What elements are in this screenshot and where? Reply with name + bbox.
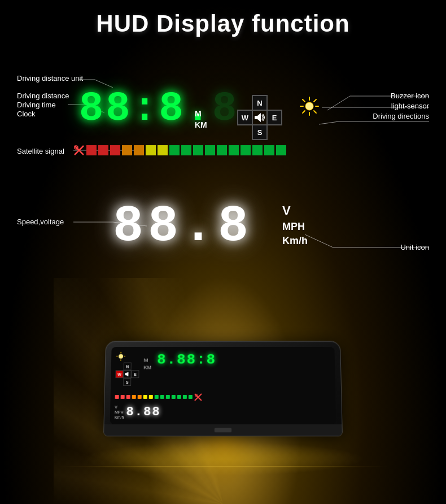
speaker-icon [252, 110, 268, 125]
device-white-digits: 8.88 [126, 405, 160, 419]
annotation-driving-distance: Driving distance [17, 92, 69, 100]
signal-block-6 [146, 145, 156, 155]
white-segment-display: 88.8 [113, 198, 253, 255]
device-compass-e: E [131, 370, 139, 378]
signal-block-15 [252, 145, 263, 155]
svg-marker-37 [126, 372, 128, 376]
svg-rect-36 [125, 373, 126, 375]
annotation-driving-directions: Driving directions [373, 112, 429, 120]
device-dot-red-1 [115, 395, 119, 399]
device-km-label: KM [143, 364, 151, 371]
page-title: HUD Display function [0, 10, 446, 37]
compass-center-speaker [252, 110, 268, 125]
speed-unit-labels: V MPH Km/h [282, 202, 308, 248]
device-compass-mini: N W E S [115, 363, 139, 386]
signal-block-3 [110, 145, 120, 155]
signal-block-2 [98, 145, 108, 155]
unit-v: V [282, 202, 308, 220]
device-compass-s: S [123, 378, 131, 386]
signal-block-17 [276, 145, 286, 155]
annotation-speed-voltage: Speed,voltage [17, 218, 64, 226]
device-signal-row [115, 393, 331, 401]
hud-device: N W E S [104, 340, 342, 459]
device-unit-mph: MPH [115, 410, 124, 415]
svg-rect-16 [255, 116, 257, 119]
signal-block-14 [241, 145, 251, 155]
device-dot-green-2 [160, 395, 164, 399]
device-white-display: 8.88 [126, 405, 160, 419]
device-unit-kmh: Km/h [115, 415, 124, 420]
annotation-unit-icon: Unit icon [400, 243, 429, 251]
svg-point-18 [305, 102, 313, 110]
device-dot-green-6 [183, 395, 187, 399]
device-dot-yellow-2 [149, 395, 153, 399]
signal-block-13 [229, 145, 239, 155]
annotation-satellite-signal: Satellite signal [17, 147, 64, 155]
device-dot-green-4 [172, 395, 176, 399]
device-mkm-label: M KM [143, 351, 151, 371]
km-label: KM [195, 120, 207, 131]
compass-west: W [237, 110, 253, 125]
svg-line-25 [314, 99, 316, 102]
signal-block-9 [181, 145, 191, 155]
device-usb-port [215, 428, 231, 432]
device-m-label: M [144, 357, 152, 364]
device-compass-n: N [124, 363, 132, 371]
compass-north: N [252, 95, 268, 111]
green-segment-display: 88:8.8 [79, 86, 239, 132]
device-dot-red-3 [126, 395, 130, 399]
annotation-driving-time: Driving time [17, 101, 56, 109]
speed-digits: 88.8 [113, 198, 253, 255]
m-label: M [195, 108, 207, 120]
device-body: N W E S [103, 341, 343, 436]
signal-block-8 [169, 145, 180, 155]
signal-block-1 [86, 145, 97, 155]
green-digits: 88:8.8 [79, 86, 239, 132]
device-bottom-display-row: V MPH Km/h 8.88 [115, 405, 331, 420]
annotation-driving-distance-unit: Driving distance unit [17, 74, 83, 82]
mkm-unit-label: M KM [195, 108, 207, 131]
annotation-buzzer-icon: Buzzer icon [391, 92, 429, 100]
device-screen: N W E S [110, 347, 336, 424]
signal-block-12 [217, 145, 227, 155]
annotation-clock: Clock [17, 110, 36, 118]
floor-line [56, 466, 390, 467]
device-signal-x-icon [194, 393, 202, 401]
signal-block-5 [134, 145, 144, 155]
device-dot-yellow-1 [143, 395, 147, 399]
device-icons-left: N W E S [115, 351, 139, 386]
device-light-sensor-icon [116, 351, 126, 362]
device-green-digits: 8.88:8 [157, 351, 216, 368]
signal-block-7 [158, 145, 168, 155]
device-unit-labels: V MPH Km/h [115, 405, 124, 420]
svg-line-23 [303, 99, 305, 102]
device-dot-green-7 [189, 395, 193, 399]
device-compass-w: W [115, 370, 123, 378]
svg-line-26 [303, 111, 305, 113]
device-unit-v: V [115, 405, 124, 410]
annotation-light-sensor: light-sensor [391, 102, 429, 110]
device-green-display: 8.88:8 [155, 351, 330, 368]
compass-widget: N W E S [237, 95, 282, 140]
satellite-signal-bar [73, 144, 390, 157]
device-dot-orange-2 [138, 395, 142, 399]
svg-point-31 [119, 354, 123, 359]
device-screen-top: N W E S [115, 351, 331, 391]
light-sensor-icon [299, 96, 320, 116]
unit-kmh: Km/h [282, 234, 308, 248]
device-dot-green-1 [155, 395, 159, 399]
svg-marker-17 [257, 113, 261, 122]
device-bottom-bar [104, 424, 342, 436]
signal-block-11 [205, 145, 215, 155]
svg-line-24 [314, 111, 316, 113]
device-dot-orange-1 [132, 395, 136, 399]
satellite-icon [73, 145, 85, 156]
signal-block-4 [122, 145, 132, 155]
device-dot-green-3 [166, 395, 170, 399]
compass-inner: N W E S [237, 95, 282, 140]
device-dot-green-5 [177, 395, 181, 399]
compass-south: S [252, 124, 268, 140]
unit-mph: MPH [282, 220, 308, 234]
signal-block-16 [264, 145, 274, 155]
device-compass-speaker [123, 370, 131, 378]
